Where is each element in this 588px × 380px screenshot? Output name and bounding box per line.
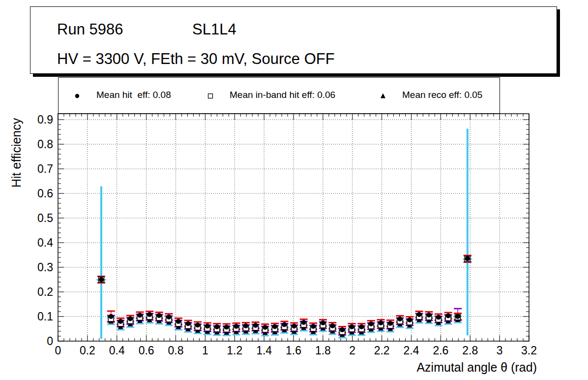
data-marker-circle xyxy=(301,320,306,325)
y-axis-title: Hit efficiency xyxy=(10,113,23,192)
data-marker-circle xyxy=(137,313,142,318)
y-tick-label: 0 xyxy=(15,335,53,348)
y-tick-label: 0.4 xyxy=(15,236,53,250)
data-marker-circle xyxy=(234,324,239,329)
data-marker-circle xyxy=(214,324,219,329)
data-marker-circle xyxy=(253,323,258,328)
x-axis-title: Azimutal angle θ (rad) xyxy=(416,360,537,375)
y-tick-label: 0.5 xyxy=(15,212,53,225)
data-marker-circle xyxy=(436,315,441,320)
data-marker-circle xyxy=(282,322,287,327)
data-marker-circle xyxy=(166,315,171,319)
data-marker-circle xyxy=(147,312,152,317)
data-marker-circle xyxy=(243,323,248,328)
data-marker-circle xyxy=(455,314,460,319)
data-marker-circle xyxy=(263,325,267,330)
data-marker-circle xyxy=(369,321,374,326)
data-marker-circle xyxy=(205,324,210,329)
plot-area xyxy=(0,0,588,380)
data-marker-circle xyxy=(157,313,162,318)
data-marker-circle xyxy=(330,323,335,328)
data-marker-circle xyxy=(388,321,393,326)
data-marker-circle xyxy=(272,324,277,329)
data-marker-circle xyxy=(128,317,133,321)
data-marker-circle xyxy=(417,312,422,317)
root-canvas: Run 5986 SL1L4 HV = 3300 V, FEth = 30 mV… xyxy=(0,0,588,380)
data-marker-circle xyxy=(224,325,229,330)
data-marker-circle xyxy=(426,313,431,317)
data-marker-circle xyxy=(350,324,354,329)
y-tick-label: 0.1 xyxy=(15,310,53,323)
data-marker-circle xyxy=(292,324,296,329)
y-tick-label: 0.3 xyxy=(15,261,53,274)
data-marker-circle xyxy=(446,314,451,318)
data-marker-circle xyxy=(99,277,104,282)
y-tick-label: 0.2 xyxy=(15,285,53,299)
data-marker-circle xyxy=(109,314,114,319)
data-marker-circle xyxy=(321,320,325,325)
data-marker-circle xyxy=(407,317,412,322)
data-marker-circle xyxy=(176,319,181,324)
data-marker-circle xyxy=(340,327,345,332)
data-marker-circle xyxy=(359,324,364,329)
data-marker-circle xyxy=(118,319,123,324)
data-marker-circle xyxy=(195,323,200,328)
data-marker-circle xyxy=(465,256,470,261)
data-marker-circle xyxy=(186,321,191,326)
data-marker-circle xyxy=(397,317,402,321)
data-marker-circle xyxy=(311,324,316,329)
data-marker-circle xyxy=(379,320,383,325)
x-tick-label: 3.2 xyxy=(509,344,549,357)
